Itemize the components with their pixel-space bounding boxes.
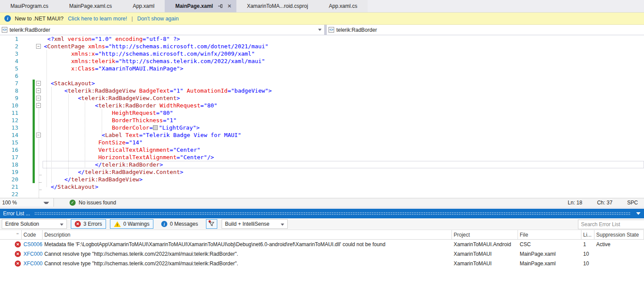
warnings-filter-button[interactable]: ! 0 Warnings [110,219,153,229]
code-line-row[interactable]: 20 </telerik:RadBadgeView> [0,176,644,183]
code-text[interactable]: BorderColor="LightGray"> [43,124,199,131]
navigator-right-pane[interactable]: <> telerik:RadBorder [327,25,644,35]
code-text[interactable]: <?xml version="1.0" encoding="utf-8" ?> [43,35,180,43]
learn-more-link[interactable]: Click here to learn more! [68,16,127,22]
code-line-row[interactable]: 11 HeightRequest="80" [0,109,644,117]
scope-dropdown[interactable]: Entire Solution [2,219,67,229]
code-text[interactable]: VerticalTextAlignment="Center" [43,146,200,154]
code-text[interactable]: xmlns:telerik="http://schemas.telerik.co… [43,57,265,65]
code-text[interactable]: HorizontalTextAlignment="Center"/> [43,154,214,161]
code-text[interactable]: FontSize="14" [43,139,143,146]
error-list-title-bar[interactable]: Error List ... [0,209,644,218]
filter-button[interactable] [206,219,217,229]
code-line-row[interactable]: 15 FontSize="14" [0,139,644,146]
error-row[interactable]: ✕CS0006Metadata file 'F:\LogbotApp\Xamar… [0,240,644,249]
close-icon[interactable]: ✕ [226,3,233,10]
collapse-icon[interactable]: − [36,96,41,100]
tab-mainpage-xaml[interactable]: MainPage.xaml ✕ [165,0,236,12]
error-code[interactable]: CS0006 [22,241,43,247]
error-description: Metadata file 'F:\LogbotApp\XamarinToMAU… [43,241,452,247]
code-line-row[interactable]: 3 xmlns:x="http://schemas.microsoft.com/… [0,50,644,57]
source-dropdown[interactable]: Build + IntelliSense [222,219,288,229]
code-text[interactable]: <telerik:RadBorder WidthRequest="80" [43,102,217,109]
notification-text: New to .NET MAUI? [15,16,63,22]
collapse-icon[interactable]: − [36,133,41,137]
error-code[interactable]: XFC0000 [22,251,43,257]
line-number: 9 [0,94,24,102]
error-icon: ✕ [12,261,22,267]
collapse-icon[interactable]: − [36,81,41,86]
margin-column-header [0,230,12,239]
code-text[interactable]: <telerik:RadBadgeView.Content> [43,94,180,102]
code-text[interactable]: HeightRequest="80" [43,109,173,117]
severity-column-header[interactable]: " [12,230,22,239]
errors-filter-button[interactable]: ✕ 3 Errors [71,219,106,229]
suppression-column-header[interactable]: Suppression State [594,230,644,239]
error-list-title: Error List ... [0,210,30,217]
tab-app-xaml[interactable]: App.xaml [122,0,165,12]
pin-icon[interactable] [217,3,223,9]
dont-show-again-link[interactable]: Don't show again [137,16,179,22]
description-column-header[interactable]: Description [43,230,452,239]
file-column-header[interactable]: File [518,230,581,239]
notification-bar: i New to .NET MAUI? Click here to learn … [0,13,644,25]
drag-handle-texture[interactable] [34,212,630,215]
error-search[interactable] [578,220,644,229]
error-row[interactable]: ✕XFC0000Cannot resolve type "http://sche… [0,249,644,259]
code-text[interactable]: BorderThickness="1" [43,117,176,124]
code-text[interactable] [43,190,44,198]
error-row[interactable]: ✕XFC0000Cannot resolve type "http://sche… [0,259,644,268]
tab-mauiprogram-cs[interactable]: MauiProgram.cs [0,0,59,12]
code-line-row[interactable]: 14− <Label Text="Telerik Badge View for … [0,131,644,139]
code-line-row[interactable]: 2−<ContentPage xmlns="http://schemas.mic… [0,43,644,50]
document-health[interactable]: ✓ No issues found [70,200,116,206]
collapse-icon[interactable]: − [36,103,41,108]
code-line-row[interactable]: 9− <telerik:RadBadgeView.Content> [0,94,644,102]
change-margin [24,57,36,65]
line-column-header[interactable]: Li... [581,230,594,239]
code-text[interactable]: x:Class="XamarinToMAUI.MainPage"> [43,65,183,72]
code-line-row[interactable]: 4 xmlns:telerik="http://schemas.telerik.… [0,57,644,65]
code-line-row[interactable]: 8− <telerik:RadBadgeView BadgeText="1" A… [0,87,644,94]
chevron-down-icon[interactable] [318,29,322,31]
navigator-left-pane[interactable]: <> telerik:RadBorder [0,25,324,35]
code-text[interactable]: <Label Text="Telerik Badge View for MAUI… [43,131,241,139]
code-line-row[interactable]: 12 BorderThickness="1" [0,117,644,124]
error-code[interactable]: XFC0000 [22,261,43,267]
code-line-row[interactable]: 1 <?xml version="1.0" encoding="utf-8" ?… [0,35,644,43]
code-text[interactable]: <StackLayout> [43,80,95,87]
error-table: " Code Description Project File Li... Su… [0,230,644,268]
project-column-header[interactable]: Project [452,230,518,239]
line-number: 3 [0,50,24,57]
tab-label: XamarinToMA...roid.csproj [247,3,308,9]
tab-xamarintoma-csproj[interactable]: XamarinToMA...roid.csproj [236,0,319,12]
code-line-row[interactable]: 13 BorderColor="LightGray"> [0,124,644,131]
tab-app-xaml-cs[interactable]: App.xaml.cs [319,0,368,12]
code-line-row[interactable]: 10− <telerik:RadBorder WidthRequest="80" [0,102,644,109]
tab-mainpage-xaml-cs[interactable]: MainPage.xaml.cs [59,0,122,12]
collapse-icon[interactable]: − [36,44,41,49]
code-editor[interactable]: 1 <?xml version="1.0" encoding="utf-8" ?… [0,35,644,198]
code-line-row[interactable]: 6 [0,72,644,80]
code-text[interactable]: </StackLayout> [43,183,98,190]
code-line-row[interactable]: 16 VerticalTextAlignment="Center" [0,146,644,154]
code-text[interactable]: </telerik:RadBadgeView> [43,176,143,183]
code-line-row[interactable]: 21 </StackLayout> [0,183,644,190]
code-text[interactable]: <ContentPage xmlns="http://schemas.micro… [43,43,269,50]
collapse-icon[interactable]: − [36,88,41,93]
search-input[interactable] [578,221,644,227]
code-line-row[interactable]: 17 HorizontalTextAlignment="Center"/> [0,154,644,161]
code-text[interactable]: </telerik:RadBadgeView.Content> [43,168,183,176]
warnings-count-label: 0 Warnings [123,221,149,227]
code-text[interactable]: xmlns:x="http://schemas.microsoft.com/wi… [43,50,255,57]
code-line-row[interactable]: 7− <StackLayout> [0,80,644,87]
zoom-selector[interactable]: 100 % [0,198,54,207]
window-menu-icon[interactable] [636,212,641,215]
code-line-row[interactable]: 19 </telerik:RadBadgeView.Content> [0,168,644,176]
code-text[interactable] [43,72,44,80]
code-column-header[interactable]: Code [22,230,43,239]
code-text[interactable]: <telerik:RadBadgeView BadgeText="1" Auto… [43,87,272,94]
code-line-row[interactable]: 5 x:Class="XamarinToMAUI.MainPage"> [0,65,644,72]
code-line-row[interactable]: 22 [0,190,644,198]
messages-filter-button[interactable]: i 0 Messages [157,219,202,229]
